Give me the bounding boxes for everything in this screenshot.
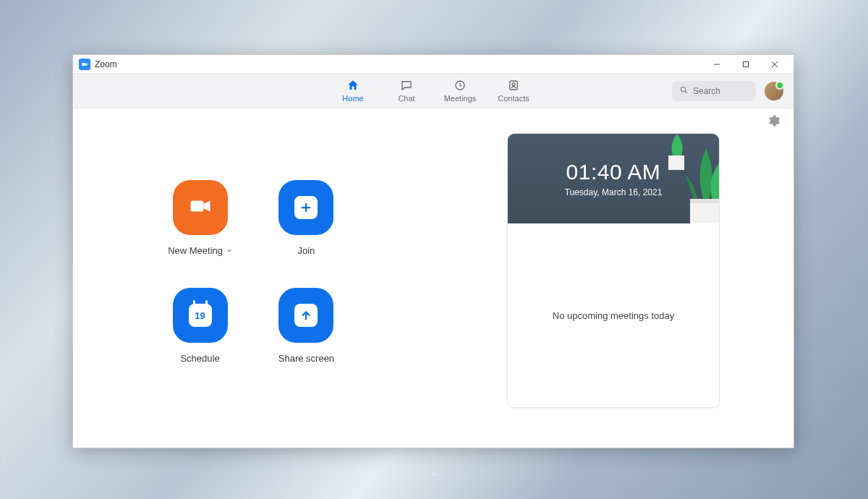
today-card: 01:40 AM Tuesday, March 16, 2021	[507, 133, 720, 408]
join-label: Join	[298, 245, 315, 256]
current-date: Tuesday, March 16, 2021	[565, 187, 663, 197]
clock-hero: 01:40 AM Tuesday, March 16, 2021	[508, 134, 719, 223]
tab-label: Meetings	[444, 94, 477, 103]
tab-label: Chat	[398, 94, 414, 103]
maximize-button[interactable]	[731, 55, 760, 74]
search-box[interactable]	[672, 81, 756, 101]
svg-line-9	[685, 91, 687, 93]
search-icon	[679, 85, 689, 98]
new-meeting-label[interactable]: New Meeting	[168, 245, 232, 256]
tab-contacts[interactable]: Contacts	[496, 79, 531, 103]
share-screen-label: Share screen	[278, 353, 334, 364]
contacts-icon	[507, 79, 520, 93]
chat-icon	[400, 79, 413, 93]
app-window: Zoom Home Chat	[72, 54, 794, 448]
main-content: New Meeting Join	[73, 133, 793, 448]
minimize-button[interactable]	[702, 55, 731, 74]
zoom-app-icon	[79, 59, 90, 70]
new-meeting-button[interactable]	[173, 180, 228, 235]
plus-icon	[294, 196, 318, 219]
current-time: 01:40 AM	[566, 160, 661, 184]
clock-icon	[454, 79, 467, 93]
top-nav: Home Chat Meetings Contacts	[73, 74, 793, 108]
tab-meetings[interactable]: Meetings	[443, 79, 477, 103]
svg-rect-0	[82, 62, 85, 65]
tab-chat[interactable]: Chat	[389, 79, 424, 103]
svg-rect-10	[190, 201, 203, 212]
svg-point-7	[512, 83, 515, 86]
profile-avatar[interactable]	[765, 82, 783, 101]
subbar	[73, 108, 793, 133]
schedule-label: Schedule	[180, 353, 219, 364]
actions-panel: New Meeting Join	[73, 133, 433, 433]
upload-arrow-icon	[294, 304, 318, 327]
video-icon	[187, 193, 213, 222]
schedule-item: 19 Schedule	[168, 288, 232, 364]
schedule-button[interactable]: 19	[173, 288, 228, 343]
settings-icon[interactable]	[767, 114, 780, 127]
search-input[interactable]	[693, 86, 749, 96]
svg-rect-14	[690, 199, 719, 203]
tab-home[interactable]: Home	[336, 79, 370, 103]
upcoming-meetings-empty: No upcoming meetings today	[508, 223, 719, 407]
tab-label: Contacts	[498, 94, 529, 103]
home-icon	[346, 79, 359, 93]
tab-label: Home	[342, 94, 363, 103]
svg-point-8	[681, 87, 686, 92]
join-item: Join	[274, 180, 339, 256]
join-button[interactable]	[278, 180, 333, 235]
svg-rect-2	[744, 61, 749, 67]
share-screen-item: Share screen	[274, 288, 339, 364]
close-button[interactable]	[760, 55, 789, 74]
window-title: Zoom	[95, 59, 117, 69]
calendar-icon: 19	[189, 304, 212, 327]
info-panel: 01:40 AM Tuesday, March 16, 2021	[433, 133, 793, 433]
plant-decoration-icon	[668, 134, 719, 223]
svg-rect-15	[668, 155, 684, 170]
new-meeting-item: New Meeting	[168, 180, 232, 256]
titlebar: Zoom	[73, 55, 793, 74]
share-screen-button[interactable]	[278, 288, 333, 343]
chevron-down-icon	[226, 245, 232, 256]
